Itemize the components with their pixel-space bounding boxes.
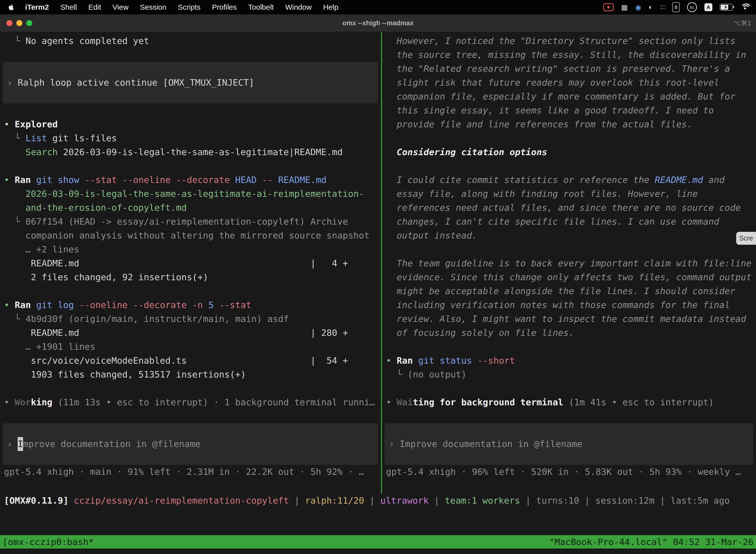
terminal-line: slight risk that future readers may over… (386, 76, 756, 90)
text-segment: src/voice/voiceModeEnabled.ts | 54 + (4, 355, 348, 366)
terminal-line: the source tree, missing the essay. Stil… (386, 48, 756, 62)
terminal-line: src/voice/voiceModeEnabled.ts | 54 + (4, 354, 381, 368)
menu-scripts[interactable]: Scripts (172, 3, 206, 11)
menu-items: iTerm2 Shell Edit View Session Scripts P… (0, 3, 344, 11)
terminal-line: and-the-erosion-of-copyleft.md (4, 201, 381, 215)
terminal-line: └ (no output) (386, 368, 756, 382)
text-segment: session:12m (595, 495, 654, 506)
blank-line (4, 48, 381, 62)
left-pane[interactable]: └ No agents completed yet› Ralph loop ac… (0, 32, 381, 494)
battery-icon[interactable] (720, 4, 733, 11)
text-segment: Search (25, 147, 58, 157)
text-segment: git log (36, 300, 79, 310)
text-segment (386, 147, 397, 157)
text-segment: Ran (15, 300, 31, 310)
menu-status-icons: ▦ ◉ ◐ ∷ 8 61 A (603, 2, 756, 12)
text-segment: Ran (397, 355, 413, 366)
text-segment: essay file, along with finding root file… (386, 189, 698, 199)
menu-iterm2[interactable]: iTerm2 (19, 3, 55, 11)
ralph-loop-banner: › Ralph loop active continue [OMX_TMUX_I… (2, 62, 378, 104)
terminal-line: … +1901 lines (4, 340, 381, 354)
window-title: omx --xhigh --madmax (342, 19, 414, 27)
tmux-status-bar: [omx-cczip0:bash* "MacBook-Pro-44.local"… (0, 535, 756, 549)
model-status-line: gpt-5.4 xhigh · 96% left · 520K in · 5.8… (386, 465, 756, 479)
text-segment: ultrawork (380, 495, 429, 506)
text-segment: └ (386, 369, 407, 380)
blank-line (4, 159, 381, 173)
terminal-line: … +2 lines (4, 242, 381, 257)
terminal: └ No agents completed yet› Ralph loop ac… (0, 32, 756, 554)
text-segment: • (4, 119, 15, 129)
prompt-input[interactable]: › Improve documentation in @filename (2, 423, 378, 465)
terminal-line: └ 4b9d30f (origin/main, instructkr/main,… (4, 312, 381, 326)
text-segment: turns:10 (536, 495, 579, 506)
terminal-line: companion analysis without altering the … (4, 229, 381, 242)
text-segment: evidence. Since this change only affects… (386, 272, 752, 282)
text-segment: git status (418, 355, 477, 366)
text-segment: references need actual files, and since … (386, 203, 741, 213)
screen-edge-tab[interactable]: Scre (736, 232, 756, 245)
blank-line (386, 382, 756, 395)
text-segment: and-the-erosion-of-copyleft.md (4, 203, 187, 213)
recording-indicator-icon[interactable] (603, 3, 614, 11)
key-app-icon[interactable]: 8 (672, 2, 680, 12)
terminal-line: this single essay, it seems like a good … (386, 104, 756, 117)
close-button[interactable] (6, 20, 12, 26)
terminal-line: 2026-03-09-is-legal-the-same-as-legitima… (4, 187, 381, 201)
text-segment: companion file, especially if more comme… (386, 91, 736, 102)
battery-percent-icon[interactable]: 61 (687, 2, 697, 12)
text-segment: 067f154 (HEAD -> essay/ai-reimplementati… (25, 216, 348, 227)
wifi-icon[interactable] (740, 3, 750, 11)
menu-toolbelt[interactable]: Toolbelt (243, 3, 279, 11)
text-segment: • (4, 300, 15, 310)
terminal-line: output instead. (386, 229, 756, 242)
text-segment: output instead. (386, 230, 477, 240)
terminal-line: └ 067f154 (HEAD -> essay/ai-reimplementa… (4, 215, 381, 229)
menu-view[interactable]: View (107, 3, 134, 11)
apple-menu[interactable] (0, 3, 19, 11)
tmux-panes: └ No agents completed yet› Ralph loop ac… (0, 32, 756, 494)
text-segment: └ (4, 36, 25, 46)
text-segment: king (31, 397, 52, 407)
text-segment: README.md (655, 175, 703, 185)
terminal-line: • Ran git log --oneline --decorate -n 5 … (4, 298, 381, 312)
grid-app-icon[interactable]: ▦ (621, 3, 628, 11)
zoom-button[interactable] (26, 20, 32, 26)
menu-help[interactable]: Help (317, 3, 344, 11)
text-segment: | (520, 495, 536, 506)
text-segment: Improve documentation in @filename (399, 437, 582, 451)
terminal-line: essay file, along with finding root file… (386, 187, 756, 201)
right-pane[interactable]: However, I noticed the "Directory Struct… (382, 32, 756, 494)
text-segment: • (386, 355, 397, 366)
waiting-status-line: • Waiting for background terminal (1m 41… (386, 395, 756, 409)
menu-session[interactable]: Session (134, 3, 172, 11)
terminal-line: Search 2026-03-09-is-legal-the-same-as-l… (4, 145, 381, 159)
text-segment: README.md (278, 175, 326, 185)
text-segment: (no output) (407, 369, 466, 380)
menu-profiles[interactable]: Profiles (206, 3, 242, 11)
terminal-line: • Ran git status --short (386, 354, 756, 368)
input-source-icon[interactable]: A (704, 3, 712, 11)
text-segment: 2026-03-09-is-legal-the-same-as-legitima… (4, 189, 364, 199)
reasoning-heading: Considering citation options (386, 145, 756, 159)
text-segment: slight risk that future readers may over… (386, 77, 719, 88)
swirl-app-icon[interactable]: ◉ (635, 3, 641, 11)
terminal-line: 1903 files changed, 513517 insertions(+) (4, 368, 381, 382)
menu-shell[interactable]: Shell (55, 3, 82, 11)
text-segment: • (4, 175, 15, 185)
menu-edit[interactable]: Edit (82, 3, 107, 11)
prompt-input[interactable]: › Improve documentation in @filename (384, 423, 753, 465)
menu-window[interactable]: Window (279, 3, 317, 11)
text-segment: List (25, 133, 47, 143)
moon-app-icon[interactable]: ◐ (649, 3, 653, 11)
terminal-line: review. Also, I might want to inspect th… (386, 312, 756, 326)
minimize-button[interactable] (16, 20, 22, 26)
menu-bar: iTerm2 Shell Edit View Session Scripts P… (0, 0, 756, 14)
blank-line (386, 409, 756, 423)
text-segment: (11m 13s • esc to interrupt) (58, 397, 208, 407)
dots-app-icon[interactable]: ∷ (660, 3, 665, 11)
text-segment: Ralph loop active continue [OMX_TMUX_INJ… (18, 76, 254, 90)
text-segment (31, 175, 36, 185)
blank-line (4, 104, 381, 117)
text-segment: Explored (15, 119, 58, 129)
